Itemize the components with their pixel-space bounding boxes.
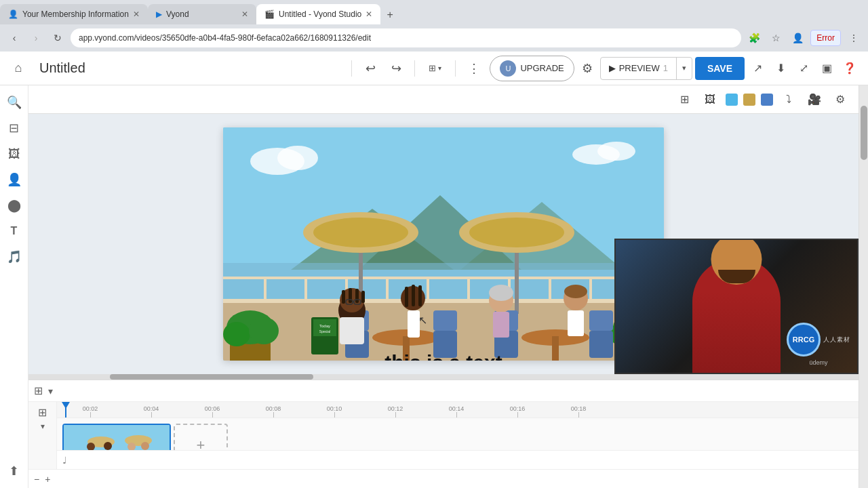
tab1-title: Your Membership Information	[22, 9, 129, 19]
grid-layout-icon[interactable]: ⊞	[674, 89, 694, 110]
undo-button[interactable]: ↩	[360, 58, 380, 79]
nav-forward[interactable]: ›	[27, 29, 45, 47]
enter-scene-icon[interactable]: ⤵	[778, 89, 799, 110]
tab1-close[interactable]: ✕	[133, 9, 140, 19]
webcam-video: RRCG 人人素材 üdemy	[616, 240, 857, 373]
more-options-button[interactable]: ⋮	[464, 58, 484, 79]
browser-menu-btn[interactable]: ⋮	[845, 29, 863, 47]
ruler-mark-5: 00:10	[304, 405, 365, 418]
svg-rect-62	[408, 310, 420, 338]
tab3-close[interactable]: ✕	[366, 9, 372, 19]
layers-button[interactable]: ⊞ ▾	[423, 60, 447, 76]
sidebar-item-upload[interactable]: ⬆	[3, 460, 26, 483]
timeline-area: ⊞ ▾ ⊞ ▾	[28, 380, 859, 488]
preview-main-area[interactable]: ▶ PREVIEW 1	[601, 58, 677, 79]
timeline-scene-1[interactable]: this is a text 🖂 this is a text	[62, 424, 171, 450]
svg-rect-12	[304, 277, 307, 300]
svg-rect-14	[386, 277, 389, 300]
profile-btn[interactable]: 👤	[789, 29, 806, 47]
new-tab-button[interactable]: +	[380, 5, 399, 24]
error-button[interactable]: Error	[810, 30, 841, 46]
image-panel-icon[interactable]: 🖼	[700, 89, 720, 110]
panel-settings-icon[interactable]: ⚙	[830, 89, 850, 110]
svg-text:Special: Special	[319, 329, 330, 333]
zoom-plus-button[interactable]: +	[45, 474, 50, 485]
nav-refresh[interactable]: ↻	[49, 29, 66, 47]
sidebar-item-shapes[interactable]: ⬤	[3, 194, 26, 217]
sidebar-item-search[interactable]: 🔍	[3, 91, 26, 114]
right-sidebar	[859, 85, 868, 488]
svg-point-64	[489, 285, 513, 301]
nav-back[interactable]: ‹	[5, 29, 23, 47]
settings-gear-button[interactable]: ⚙	[577, 58, 597, 79]
scene-thumb-background: this is a text	[64, 425, 170, 450]
browser-chrome: 👤 Your Membership Information ✕ ▶ Vyond …	[0, 0, 868, 52]
zoom-minus-button[interactable]: −	[34, 474, 39, 485]
svg-point-31	[249, 317, 279, 344]
toolbar-divider-3	[455, 60, 456, 77]
browser-actions: 🧩 ☆ 👤 Error ⋮	[745, 29, 863, 47]
ruler-mark-7: 00:14	[426, 405, 487, 418]
home-button[interactable]: ⌂	[8, 58, 28, 79]
sidebar-item-text[interactable]: T	[3, 220, 26, 243]
v-scrollbar[interactable]	[859, 85, 869, 488]
sidebar-item-scenes[interactable]: ⊟	[3, 117, 26, 140]
svg-rect-15	[427, 277, 429, 300]
svg-rect-50	[342, 290, 345, 304]
preview-dropdown-arrow[interactable]: ▾	[677, 58, 692, 79]
redo-button[interactable]: ↪	[386, 58, 406, 79]
collapse-button[interactable]: ▣	[816, 58, 837, 79]
ruler-mark-3: 00:06	[182, 405, 243, 418]
address-input[interactable]	[71, 28, 741, 47]
timeline-collapse-btn[interactable]: ▾	[41, 422, 45, 431]
tab-membership[interactable]: 👤 Your Membership Information ✕	[0, 4, 148, 24]
v-scrollbar-thumb[interactable]	[861, 106, 867, 160]
svg-point-27	[469, 218, 564, 247]
svg-rect-46	[589, 331, 613, 358]
add-scene-button[interactable]: +	[174, 424, 228, 450]
timeline-controls-bar: − +	[28, 469, 859, 488]
share-button[interactable]: ↗	[747, 58, 768, 79]
save-button[interactable]: SAVE	[695, 57, 745, 80]
bookmarks-btn[interactable]: ☆	[767, 29, 785, 47]
tab-vyond-studio[interactable]: 🎬 Untitled - Vyond Studio ✕	[256, 4, 380, 24]
timeline-body: ⊞ ▾ 00:	[28, 402, 859, 469]
svg-point-80	[104, 442, 112, 450]
tab2-close[interactable]: ✕	[241, 9, 248, 19]
music-row: ♩	[57, 450, 859, 469]
layers-chevron: ▾	[438, 64, 441, 72]
timeline-grid-btn[interactable]: ⊞	[38, 406, 47, 419]
webcam-text-area: 人人素材	[823, 336, 850, 344]
svg-rect-18	[549, 277, 551, 300]
toolbar-divider-2	[414, 60, 415, 77]
preview-button[interactable]: ▶ PREVIEW 1 ▾	[600, 57, 692, 80]
color-swatch-1[interactable]	[726, 94, 738, 106]
sidebar-item-images[interactable]: 🖼	[3, 142, 26, 165]
timeline-grid-icon[interactable]: ⊞	[34, 384, 43, 397]
timeline-scenes-row: this is a text 🖂 this is a text +	[57, 418, 859, 450]
sidebar-item-audio[interactable]: 🎵	[3, 245, 26, 268]
svg-rect-61	[418, 285, 422, 306]
timeline-expand-icon[interactable]: ▾	[48, 386, 53, 396]
tab1-favicon: 👤	[8, 9, 18, 19]
download-button[interactable]: ⬇	[770, 58, 791, 79]
h-scrollbar[interactable]	[28, 374, 859, 380]
tab-bar: 👤 Your Membership Information ✕ ▶ Vyond …	[0, 0, 868, 24]
help-button[interactable]: ❓	[840, 58, 860, 79]
app-container: ⌂ Untitled ↩ ↪ ⊞ ▾ ⋮ U UPGRADE ⚙ ▶ PREVI…	[0, 52, 868, 488]
color-swatch-2[interactable]	[743, 94, 755, 106]
svg-rect-21	[223, 277, 664, 279]
sidebar-item-characters[interactable]: 👤	[3, 168, 26, 191]
tab-vyond[interactable]: ▶ Vyond ✕	[148, 4, 256, 24]
extensions-btn[interactable]: 🧩	[745, 29, 763, 47]
present-button[interactable]: ⤢	[793, 58, 814, 79]
h-scrollbar-thumb[interactable]	[110, 374, 313, 380]
timeline-header: ⊞ ▾	[28, 380, 859, 402]
video-camera-icon[interactable]: 🎥	[804, 89, 825, 110]
music-note-icon: ♩	[62, 455, 67, 466]
ruler-mark-1: 00:02	[60, 405, 121, 418]
preview-play-icon: ▶	[609, 63, 616, 73]
upgrade-button[interactable]: U UPGRADE	[490, 56, 574, 81]
color-swatch-3[interactable]	[761, 94, 773, 106]
tab2-title: Vyond	[166, 9, 237, 19]
